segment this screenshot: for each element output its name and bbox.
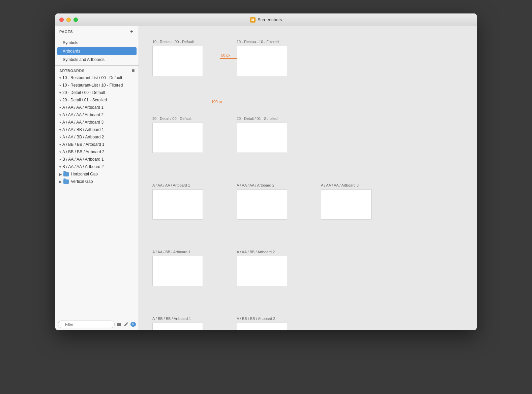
window-title: Screenshots bbox=[250, 17, 282, 23]
artboard-cell-aaa1: A / AA / AA / Artboard 1 bbox=[152, 183, 203, 220]
artboard-frame[interactable] bbox=[152, 46, 203, 76]
svg-rect-6 bbox=[117, 325, 121, 326]
artboard-item-abbb2[interactable]: ▾ A / BB / BB / Artboard 2 bbox=[55, 148, 139, 156]
sidebar-footer: 🔍 0 bbox=[55, 318, 139, 330]
artboard-item-20-default[interactable]: ▾ 20 - Detail / 00 - Default bbox=[55, 89, 139, 96]
canvas-content: 10 - Restau...00 - Default 50 px 10 - Re… bbox=[152, 40, 463, 330]
artboard-item-10-filtered[interactable]: ▾ 10 - Restaurant-List / 10 - Filtered bbox=[55, 81, 139, 89]
artboard-row-4: A / AA / BB / Artboard 1 A / AA / BB / A… bbox=[152, 250, 463, 296]
artboard-label: 20 - Detail / 00 - Default bbox=[152, 117, 203, 121]
artboard-label: 20 - Detail / 01 - Scrolled bbox=[237, 117, 287, 121]
pages-header: Pages + bbox=[55, 26, 139, 37]
pencil-icon-button[interactable] bbox=[124, 321, 129, 328]
artboard-label: A / AA / AA / Artboard 3 bbox=[321, 183, 372, 187]
artboard-row-5: A / BB / BB / Artboard 1 A / BB / BB / A… bbox=[152, 317, 463, 330]
artboard-frame[interactable] bbox=[237, 123, 287, 153]
artboard-label: A / AA / AA / Artboard 1 bbox=[152, 183, 203, 187]
folder-item-horizontal-gap[interactable]: ▶ Horizontal Gap bbox=[55, 170, 139, 178]
artboards-section: Artboards ⊟ ▾ 10 - Restaurant-List / 00 … bbox=[55, 66, 139, 318]
minimize-button[interactable] bbox=[66, 18, 71, 22]
artboard-cell-abbb2: A / BB / BB / Artboard 2 bbox=[237, 317, 287, 330]
artboard-item-abb1[interactable]: ▾ A / AA / BB / Artboard 1 bbox=[55, 126, 139, 133]
artboard-cell-10-filtered: 10 - Restau...10 - Filtered bbox=[237, 40, 287, 76]
v-spacing-label: 100 px bbox=[211, 100, 223, 104]
artboard-item-20-scrolled[interactable]: ▾ 20 - Detail / 01 - Scrolled bbox=[55, 96, 139, 104]
artboard-cell-abb2: A / AA / BB / Artboard 2 bbox=[237, 250, 287, 286]
layers-icon-button[interactable] bbox=[117, 321, 122, 328]
artboard-cell-aaa3: A / AA / AA / Artboard 3 bbox=[321, 183, 372, 220]
artboard-item-abbb1[interactable]: ▾ A / BB / BB / Artboard 1 bbox=[55, 141, 139, 148]
app-window: Screenshots Pages + Symbols Artboards Sy… bbox=[55, 13, 477, 330]
artboard-cell-abbb1: A / BB / BB / Artboard 1 bbox=[152, 317, 203, 330]
filter-input[interactable] bbox=[58, 321, 115, 328]
artboard-label: 10 - Restau...00 - Default bbox=[152, 40, 203, 44]
artboard-cell-20-default: 20 - Detail / 00 - Default bbox=[152, 117, 203, 153]
artboard-item-baa2[interactable]: ▾ B / AA / AA / Artboard 2 bbox=[55, 163, 139, 170]
sidebar-item-symbols-artboards[interactable]: Symbols and Artboards bbox=[57, 56, 137, 64]
pages-list: Symbols Artboards Symbols and Artboards bbox=[55, 37, 139, 66]
h-spacing-line bbox=[220, 58, 237, 59]
v-spacing-line bbox=[210, 90, 210, 117]
artboard-item-aaa1[interactable]: ▾ A / AA / AA / Artboard 1 bbox=[55, 104, 139, 111]
close-button[interactable] bbox=[59, 18, 64, 22]
artboard-frame[interactable] bbox=[237, 46, 287, 76]
canvas[interactable]: 10 - Restau...00 - Default 50 px 10 - Re… bbox=[139, 26, 477, 330]
artboard-row-3: A / AA / AA / Artboard 1 A / AA / AA / A… bbox=[152, 183, 463, 230]
h-spacing-label: 50 px bbox=[221, 53, 230, 57]
artboard-label: A / AA / BB / Artboard 2 bbox=[237, 250, 287, 254]
svg-rect-5 bbox=[117, 324, 121, 325]
traffic-lights bbox=[59, 18, 78, 22]
pages-label: Pages bbox=[59, 30, 73, 34]
filter-wrapper: 🔍 bbox=[58, 321, 115, 328]
v-spacing-annotation: 100 px bbox=[205, 90, 221, 117]
artboard-frame[interactable] bbox=[321, 189, 372, 220]
badge-count: 0 bbox=[130, 322, 136, 327]
artboard-frame[interactable] bbox=[152, 256, 203, 286]
artboard-item-aaa3[interactable]: ▾ A / AA / AA / Artboard 3 bbox=[55, 119, 139, 126]
collapse-artboards-button[interactable]: ⊟ bbox=[131, 68, 135, 73]
add-page-button[interactable]: + bbox=[129, 29, 135, 34]
sidebar: Pages + Symbols Artboards Symbols and Ar… bbox=[55, 26, 139, 330]
folder-item-vertical-gap[interactable]: ▶ Vertical Gap bbox=[55, 178, 139, 185]
artboard-item-abb2[interactable]: ▾ A / AA / BB / Artboard 2 bbox=[55, 133, 139, 141]
artboard-cell-aaa2: A / AA / AA / Artboard 2 bbox=[237, 183, 287, 220]
artboard-frame[interactable] bbox=[237, 189, 287, 220]
svg-rect-2 bbox=[252, 20, 253, 21]
artboard-cell-10-default: 10 - Restau...00 - Default bbox=[152, 40, 203, 76]
artboard-label: A / AA / BB / Artboard 1 bbox=[152, 250, 203, 254]
artboard-item-10-default[interactable]: ▾ 10 - Restaurant-List / 00 - Default bbox=[55, 74, 139, 81]
artboard-row-2: 20 - Detail / 00 - Default 20 - Detail /… bbox=[152, 117, 463, 163]
folder-icon-2 bbox=[63, 179, 69, 184]
artboard-frame[interactable] bbox=[237, 256, 287, 286]
artboard-item-aaa2[interactable]: ▾ A / AA / AA / Artboard 2 bbox=[55, 111, 139, 119]
artboard-label: A / BB / BB / Artboard 1 bbox=[152, 317, 203, 321]
artboard-frame[interactable] bbox=[152, 123, 203, 153]
artboard-label: A / BB / BB / Artboard 2 bbox=[237, 317, 287, 321]
svg-rect-3 bbox=[253, 20, 254, 21]
maximize-button[interactable] bbox=[73, 18, 78, 22]
artboard-frame[interactable] bbox=[152, 189, 203, 220]
artboard-label: 10 - Restau...10 - Filtered bbox=[237, 40, 287, 44]
artboard-frame[interactable] bbox=[152, 323, 203, 330]
svg-rect-0 bbox=[252, 19, 253, 20]
artboard-cell-abb1: A / AA / BB / Artboard 1 bbox=[152, 250, 203, 286]
titlebar: Screenshots bbox=[55, 13, 477, 26]
svg-rect-4 bbox=[117, 323, 121, 324]
artboard-item-baa1[interactable]: ▾ B / AA / AA / Artboard 1 bbox=[55, 156, 139, 163]
app-icon bbox=[250, 17, 256, 23]
folder-icon bbox=[63, 172, 69, 176]
h-spacing-annotation: 50 px bbox=[220, 40, 237, 57]
main-content: Pages + Symbols Artboards Symbols and Ar… bbox=[55, 26, 477, 330]
sidebar-item-artboards[interactable]: Artboards bbox=[57, 47, 137, 55]
artboard-label: A / AA / AA / Artboard 2 bbox=[237, 183, 287, 187]
svg-rect-1 bbox=[253, 19, 254, 20]
artboard-frame[interactable] bbox=[237, 323, 287, 330]
artboards-header: Artboards ⊟ bbox=[55, 66, 139, 74]
artboard-cell-20-scrolled: 20 - Detail / 01 - Scrolled bbox=[237, 117, 287, 153]
sidebar-item-symbols[interactable]: Symbols bbox=[57, 39, 137, 47]
